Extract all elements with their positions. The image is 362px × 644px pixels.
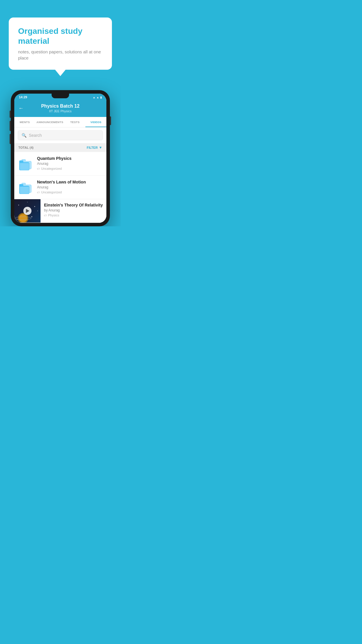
video-author: Anurag: [37, 162, 102, 166]
tab-tests[interactable]: TESTS: [64, 117, 85, 127]
list-item[interactable]: Einstein's Theory Of Relativity by Anura…: [14, 199, 106, 223]
filter-bar: TOTAL (4) FILTER ▼: [14, 143, 106, 152]
vol-down-button: [10, 134, 11, 144]
tab-videos[interactable]: VIDEOS: [85, 117, 106, 127]
tag-icon: 🏷: [37, 167, 40, 170]
search-container: 🔍 Search: [14, 127, 106, 143]
video-tag: 🏷 Physics: [44, 214, 103, 217]
top-section: Organised study material notes, question…: [0, 0, 121, 76]
video-info: Einstein's Theory Of Relativity by Anura…: [41, 199, 106, 220]
svg-point-2: [34, 206, 35, 207]
svg-point-5: [37, 211, 38, 211]
header-subtitle: IIT JEE Physics: [41, 109, 80, 113]
svg-point-1: [27, 202, 28, 202]
bubble-title: Organised study material: [18, 26, 103, 46]
list-item[interactable]: Quantum Physics Anurag 🏷 Uncategorized: [14, 152, 106, 176]
bubble-subtitle: notes, question papers, solutions all at…: [18, 49, 103, 61]
phone-body: 14:29 ← Physics Batch 12 IIT JEE Physics: [11, 90, 110, 226]
tabs-bar: MENTS ANNOUNCEMENTS TESTS VIDEOS: [14, 117, 106, 127]
folder-front: [20, 163, 29, 170]
status-time: 14:29: [19, 95, 27, 99]
header-title: Physics Batch 12: [41, 104, 80, 109]
svg-point-0: [18, 205, 19, 206]
play-button[interactable]: [23, 207, 31, 215]
search-bar[interactable]: 🔍 Search: [18, 130, 103, 140]
wifi-icon: [93, 95, 95, 99]
search-icon: 🔍: [22, 133, 27, 138]
video-info: Newton's Laws of Motion Anurag 🏷 Uncateg…: [37, 180, 102, 194]
app-header: ← Physics Batch 12 IIT JEE Physics: [14, 101, 106, 117]
video-author: Anurag: [37, 185, 102, 189]
phone-frame: 14:29 ← Physics Batch 12 IIT JEE Physics: [11, 90, 110, 226]
filter-button[interactable]: FILTER ▼: [87, 146, 102, 150]
video-thumbnail: [14, 199, 41, 223]
header-text: Physics Batch 12 IIT JEE Physics: [41, 104, 80, 113]
power-button: [110, 116, 111, 125]
status-icons: [93, 95, 102, 99]
tab-announcements[interactable]: ANNOUNCEMENTS: [35, 117, 64, 127]
filter-icon: ▼: [99, 146, 102, 150]
video-tag: 🏷 Uncategorized: [37, 167, 102, 170]
video-title: Newton's Laws of Motion: [37, 180, 102, 184]
signal-icon: [96, 95, 99, 99]
play-triangle-icon: [26, 209, 29, 213]
video-list: Quantum Physics Anurag 🏷 Uncategorized: [14, 152, 106, 223]
tag-icon: 🏷: [44, 214, 47, 217]
tag-label: Uncategorized: [41, 190, 62, 194]
back-button[interactable]: ←: [18, 105, 24, 111]
vol-up-button: [10, 121, 11, 131]
folder-double-icon: [19, 181, 33, 194]
video-title: Einstein's Theory Of Relativity: [44, 203, 103, 207]
video-tag: 🏷 Uncategorized: [37, 190, 102, 194]
folder-double-icon: [19, 157, 33, 170]
video-title: Quantum Physics: [37, 156, 102, 161]
speech-bubble: Organised study material notes, question…: [9, 18, 112, 70]
video-author: by Anurag: [44, 208, 103, 212]
video-info: Quantum Physics Anurag 🏷 Uncategorized: [37, 156, 102, 170]
phone-screen: 14:29 ← Physics Batch 12 IIT JEE Physics: [14, 94, 106, 223]
total-count: TOTAL (4): [18, 146, 34, 149]
svg-point-4: [31, 216, 32, 217]
battery-icon: [100, 95, 102, 99]
filter-label: FILTER: [87, 146, 98, 149]
phone-notch: [52, 94, 69, 98]
list-item[interactable]: Newton's Laws of Motion Anurag 🏷 Uncateg…: [14, 176, 106, 199]
folder-thumbnail: [18, 156, 34, 171]
svg-point-8: [19, 214, 27, 222]
tag-label: Physics: [48, 214, 59, 217]
folder-thumbnail: [18, 180, 34, 195]
tag-icon: 🏷: [37, 191, 40, 194]
tag-label: Uncategorized: [41, 167, 62, 170]
folder-front: [20, 186, 29, 194]
mute-button: [10, 111, 11, 118]
tab-ments[interactable]: MENTS: [14, 117, 35, 127]
search-placeholder: Search: [29, 133, 42, 138]
